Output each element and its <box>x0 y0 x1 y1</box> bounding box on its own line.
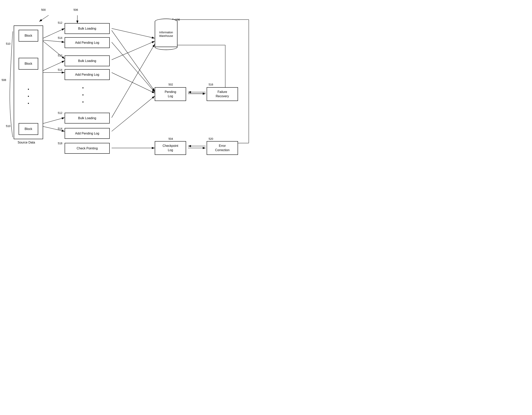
label-512c: 512 <box>58 111 62 115</box>
information-warehouse: Information Warehouse <box>155 19 178 50</box>
failure-recovery: Failure Recovery <box>207 87 238 101</box>
label-512b: 512 <box>58 54 62 57</box>
source-data-container: Block Block ••• Block <box>14 26 43 139</box>
svg-line-2 <box>39 15 48 21</box>
bulk-loading-2: Bulk Loading <box>65 56 110 66</box>
svg-line-17 <box>112 30 155 91</box>
svg-line-5 <box>43 40 65 42</box>
label-512a: 512 <box>58 21 62 24</box>
block1: Block <box>19 30 38 41</box>
label-514c: 514 <box>58 127 62 130</box>
label-106-pos: 106 <box>175 18 180 21</box>
label-510a: 510 <box>6 42 10 45</box>
error-correction: Error Correction <box>207 141 238 155</box>
label-500: 500 <box>41 8 46 11</box>
label-514b: 514 <box>58 68 62 71</box>
label-510b: 510 <box>6 125 10 128</box>
svg-line-11 <box>112 29 155 38</box>
dots-middle: ••• <box>28 86 29 107</box>
label-518: 518 <box>58 142 62 145</box>
svg-line-13 <box>112 44 155 118</box>
pending-log: Pending Log <box>155 87 186 101</box>
label-514a: 514 <box>58 36 62 40</box>
svg-line-12 <box>112 41 155 60</box>
label-508: 508 <box>1 79 6 81</box>
checkpoint-log: Checkpoint Log <box>155 141 186 155</box>
bulk-loading-3: Bulk Loading <box>65 113 110 123</box>
block2: Block <box>19 58 38 69</box>
add-pending-log-1: Add Pending Log <box>65 37 110 48</box>
label-520: 520 <box>209 137 213 140</box>
label-504: 504 <box>169 137 173 140</box>
dots-operations: ••• <box>82 84 84 106</box>
label-516: 516 <box>209 83 213 86</box>
label-502: 502 <box>169 83 173 86</box>
check-pointing: Check Pointing <box>65 143 110 154</box>
bulk-loading-1: Bulk Loading <box>65 23 110 34</box>
label-506: 506 <box>74 8 78 11</box>
add-pending-log-3: Add Pending Log <box>65 128 110 139</box>
block3: Block <box>19 123 38 135</box>
source-data-label: Source Data <box>18 141 35 144</box>
svg-line-15 <box>112 72 155 93</box>
diagram: 500 506 106 Block Block ••• Block Source… <box>0 0 266 208</box>
add-pending-log-2: Add Pending Log <box>65 69 110 80</box>
svg-line-14 <box>112 42 155 92</box>
svg-line-16 <box>112 96 155 131</box>
svg-line-9 <box>43 118 65 123</box>
